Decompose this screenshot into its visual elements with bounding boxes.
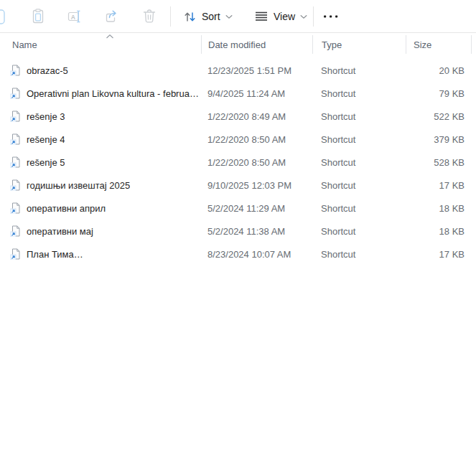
file-size: 18 KB [406, 203, 472, 214]
file-type: Shortcut [312, 134, 406, 145]
table-row[interactable]: rešenje 3 1/22/2020 8:49 AM Shortcut 522… [0, 105, 472, 128]
table-row[interactable]: оперативни мај 5/2/2024 11:38 AM Shortcu… [0, 220, 472, 243]
share-button[interactable] [100, 5, 124, 28]
view-button[interactable]: View [248, 5, 313, 28]
file-name: Operativni plan Likovna kultura - februa… [27, 88, 201, 99]
ellipsis-icon [323, 14, 339, 19]
view-list-icon [254, 10, 269, 23]
column-headers: Name Date modified Type Size [0, 34, 476, 55]
file-type: Shortcut [312, 157, 406, 168]
svg-text:A: A [71, 14, 75, 21]
table-row[interactable]: годишњи извештај 2025 9/10/2025 12:03 PM… [0, 174, 472, 197]
file-size: 17 KB [406, 249, 472, 260]
copy-icon [0, 5, 9, 28]
file-type: Shortcut [312, 180, 406, 191]
table-row[interactable]: rešenje 5 1/22/2020 8:50 AM Shortcut 528… [0, 151, 472, 174]
file-type: Shortcut [312, 88, 406, 99]
file-date-modified: 9/4/2025 11:24 AM [201, 88, 312, 99]
shortcut-file-icon [10, 179, 22, 191]
file-name-cell: Operativni plan Likovna kultura - februa… [0, 88, 201, 99]
column-header-size[interactable]: Size [406, 35, 472, 54]
file-type: Shortcut [312, 226, 406, 237]
file-name: rešenje 5 [27, 157, 65, 168]
sort-button-label: Sort [202, 11, 220, 22]
shortcut-file-icon [10, 65, 22, 76]
explorer-toolbar: A [0, 0, 476, 33]
file-name: оперативни април [27, 203, 106, 214]
file-date-modified: 1/22/2020 8:49 AM [201, 111, 312, 122]
toolbar-divider [313, 6, 314, 27]
file-size: 20 KB [406, 65, 472, 76]
shortcut-file-icon [10, 133, 22, 145]
shortcut-file-icon [10, 88, 22, 99]
file-name: rešenje 4 [27, 134, 65, 145]
file-size: 17 KB [406, 180, 472, 191]
column-header-name[interactable]: Name [0, 35, 201, 54]
file-date-modified: 1/22/2020 8:50 AM [201, 134, 312, 145]
table-row[interactable]: rešenje 4 1/22/2020 8:50 AM Shortcut 379… [0, 128, 472, 151]
file-type: Shortcut [312, 249, 406, 260]
shortcut-file-icon [10, 156, 22, 168]
file-date-modified: 8/23/2024 10:07 AM [201, 249, 312, 260]
file-date-modified: 12/23/2025 1:51 PM [201, 65, 312, 76]
file-name: План Тима… [27, 249, 83, 260]
view-button-label: View [274, 11, 295, 22]
file-name: obrazac-5 [27, 65, 68, 76]
file-type: Shortcut [312, 65, 406, 76]
file-name: годишњи извештај 2025 [27, 180, 130, 191]
file-size: 522 KB [406, 111, 472, 122]
shortcut-file-icon [10, 225, 22, 237]
file-name: rešenje 3 [27, 111, 65, 122]
shortcut-file-icon [10, 248, 22, 260]
file-size: 18 KB [406, 226, 472, 237]
file-size: 379 KB [406, 134, 472, 145]
file-size: 79 KB [406, 88, 472, 99]
rename-button[interactable]: A [62, 5, 87, 28]
table-row[interactable]: План Тима… 8/23/2024 10:07 AM Shortcut 1… [0, 243, 472, 265]
paste-icon [29, 8, 47, 25]
file-list: obrazac-5 12/23/2025 1:51 PM Shortcut 20… [0, 59, 476, 265]
chevron-down-icon [300, 14, 307, 19]
file-name: оперативни мај [27, 226, 93, 237]
file-name-cell: rešenje 3 [0, 110, 201, 122]
copy-button[interactable] [0, 5, 9, 28]
file-size: 528 KB [406, 157, 472, 168]
table-row[interactable]: оперативни април 5/2/2024 11:29 AM Short… [0, 197, 472, 220]
file-type: Shortcut [312, 203, 406, 214]
sort-arrows-icon [183, 10, 197, 24]
file-name-cell: obrazac-5 [0, 65, 201, 76]
rename-icon: A [66, 8, 83, 25]
paste-button[interactable] [26, 5, 50, 28]
see-more-button[interactable] [319, 5, 343, 28]
file-name-cell: годишњи извештај 2025 [0, 179, 201, 191]
toolbar-divider [170, 6, 171, 27]
file-date-modified: 5/2/2024 11:29 AM [201, 203, 312, 214]
column-header-date-modified[interactable]: Date modified [201, 35, 312, 54]
file-name-cell: План Тима… [0, 248, 201, 260]
file-name-cell: оперативни април [0, 202, 201, 214]
column-header-type[interactable]: Type [312, 35, 406, 54]
share-icon [103, 8, 121, 25]
file-type: Shortcut [312, 111, 406, 122]
file-date-modified: 1/22/2020 8:50 AM [201, 157, 312, 168]
sort-ascending-caret-icon [106, 34, 114, 39]
file-name-cell: оперативни мај [0, 225, 201, 237]
chevron-down-icon [225, 14, 233, 19]
table-row[interactable]: Operativni plan Likovna kultura - februa… [0, 82, 472, 105]
shortcut-file-icon [10, 202, 22, 214]
shortcut-file-icon [10, 110, 22, 122]
trash-icon [141, 8, 158, 25]
file-date-modified: 5/2/2024 11:38 AM [201, 226, 312, 237]
sort-button[interactable]: Sort [177, 5, 238, 28]
file-date-modified: 9/10/2025 12:03 PM [201, 180, 312, 191]
table-row[interactable]: obrazac-5 12/23/2025 1:51 PM Shortcut 20… [0, 59, 472, 82]
file-name-cell: rešenje 5 [0, 156, 201, 168]
delete-button[interactable] [137, 5, 162, 28]
file-name-cell: rešenje 4 [0, 133, 201, 145]
